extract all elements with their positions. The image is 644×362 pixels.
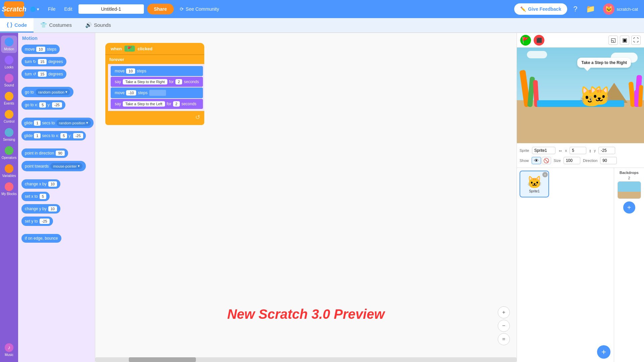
give-feedback-button[interactable]: ✏️ Give Feedback <box>514 3 567 15</box>
tab-sounds[interactable]: 🔊 Sounds <box>78 18 118 33</box>
backdrops-count: 2 <box>628 176 630 180</box>
block-goto-xy[interactable]: go to x: 5 y: -25 <box>21 99 92 111</box>
direction-input[interactable] <box>600 157 617 164</box>
block-move-steps[interactable]: move 10 steps <box>21 44 92 55</box>
sensing-icon <box>5 128 13 137</box>
sidebar-item-myblocks[interactable]: My Blocks <box>1 180 17 198</box>
sounds-tab-icon: 🔊 <box>85 22 92 28</box>
sidebar-item-sound[interactable]: Sound <box>1 72 17 89</box>
sprite-name-input[interactable] <box>532 147 555 154</box>
music-icon: ♪ <box>5 343 13 352</box>
user-menu[interactable]: 🐱 scratch-cat <box>601 2 640 16</box>
green-flag-button[interactable]: 🚩 <box>520 35 531 46</box>
flag-badge: 🚩 <box>124 46 135 52</box>
sprite-name-label: Sprite1 <box>529 189 540 193</box>
plant-2 <box>634 90 638 107</box>
backdrop-thumbnail[interactable] <box>618 181 641 199</box>
show-visible-button[interactable]: 👁 <box>532 157 541 164</box>
sidebar-item-control[interactable]: Control <box>1 108 17 125</box>
globe-button[interactable]: 🌐 ▾ <box>28 5 42 13</box>
hat-block: when <box>111 46 122 51</box>
forever-label: forever <box>109 57 124 62</box>
sidebar-item-music[interactable]: ♪ Music <box>1 341 17 359</box>
events-icon <box>5 92 13 101</box>
top-nav: Scratch 🌐 ▾ File Edit Share ⟳ See Commun… <box>0 0 644 18</box>
block-set-y[interactable]: set y to -25 <box>21 216 92 227</box>
block-goto-random[interactable]: go to random position ▾ <box>21 86 92 98</box>
add-sprite-button[interactable]: + <box>597 345 610 359</box>
x-input[interactable] <box>570 147 586 154</box>
block-point-direction[interactable]: point in direction 90 <box>21 147 92 159</box>
project-title-input[interactable] <box>78 4 144 14</box>
sidebar-item-variables[interactable]: Variables <box>1 162 17 180</box>
block-change-x[interactable]: change x by 10 <box>21 178 92 190</box>
block-glide-xy[interactable]: glide 1 secs to x: 5 y: -25 <box>21 130 92 141</box>
block-point-towards[interactable]: point towards mouse-pointer ▾ <box>21 160 92 172</box>
stop-button[interactable]: ⬛ <box>534 35 544 46</box>
help-button[interactable]: ? <box>571 3 580 15</box>
add-backdrop-button[interactable]: + <box>623 201 635 214</box>
tab-code[interactable]: { } Code <box>0 18 34 33</box>
sprite-thumb-sprite1[interactable]: × 🐱 Sprite1 <box>520 171 549 197</box>
script-say-right: say Take a Step to the Right for 2 secon… <box>111 77 203 87</box>
backdrop-panel: Backdrops 2 + <box>614 168 644 362</box>
block-glide-random[interactable]: glide 1 secs to random position ▾ <box>21 117 92 129</box>
script-canvas[interactable]: when 🚩 clicked forever move 10 steps <box>95 33 517 349</box>
sidebar-item-events[interactable]: Events <box>1 90 17 107</box>
show-hidden-button[interactable]: 🚫 <box>542 157 551 164</box>
size-input[interactable] <box>564 157 580 164</box>
motion-icon <box>5 38 13 46</box>
show-toggle: 👁 🚫 <box>532 157 551 164</box>
cloud-decoration-2 <box>527 51 547 58</box>
folder-icon: 📁 <box>586 5 595 13</box>
main-layout: Motion Looks Sound Events Control Sensin… <box>0 33 644 362</box>
sidebar: Motion Looks Sound Events Control Sensin… <box>0 33 18 362</box>
looks-icon <box>5 56 13 64</box>
sprite-list-panel: × 🐱 Sprite1 + <box>517 168 614 362</box>
block-turn-cw[interactable]: turn ↻ 15 degrees <box>21 56 92 67</box>
edit-menu[interactable]: Edit <box>62 5 75 13</box>
stage-view-controls: ◱ ▣ ⛶ <box>608 36 641 45</box>
horizontal-scrollbar[interactable] <box>95 357 517 362</box>
scratch-logo[interactable]: Scratch <box>4 1 24 17</box>
props-row-1: Sprite ↔ x ↕ y <box>520 145 641 156</box>
y-label: y <box>594 148 596 153</box>
y-input[interactable] <box>598 147 615 154</box>
large-stage-button[interactable]: ▣ <box>620 36 629 45</box>
block-set-x[interactable]: set x to 5 <box>21 191 92 202</box>
sprite-label: Sprite <box>520 148 529 153</box>
control-icon <box>5 110 13 119</box>
cat-running: 🐱 <box>588 85 611 107</box>
small-stage-button[interactable]: ◱ <box>608 36 618 45</box>
stage-controls: 🚩 ⬛ ◱ ▣ ⛶ <box>517 33 644 48</box>
zoom-fit-button[interactable]: = <box>498 333 510 345</box>
share-button[interactable]: Share <box>147 4 174 14</box>
forever-end-icon: ↺ <box>195 114 200 121</box>
script-say-left: say Take a Step to the Left for 2 second… <box>111 99 203 109</box>
folder-button[interactable]: 📁 <box>583 3 598 15</box>
block-turn-ccw[interactable]: turn ↺ 15 degrees <box>21 68 92 80</box>
see-community-button[interactable]: ⟳ See Community <box>177 5 222 13</box>
empty-slot <box>149 90 166 96</box>
x-label: x <box>565 148 567 153</box>
zoom-in-button[interactable]: + <box>498 306 510 318</box>
block-edge-bounce[interactable]: if on edge, bounce <box>21 233 92 244</box>
variables-icon <box>5 164 13 173</box>
block-change-y[interactable]: change y by 10 <box>21 203 92 215</box>
fullscreen-button[interactable]: ⛶ <box>631 36 641 45</box>
file-menu[interactable]: File <box>45 5 58 13</box>
zoom-out-button[interactable]: − <box>498 320 510 332</box>
globe-arrow: ▾ <box>37 7 39 12</box>
tab-costumes[interactable]: 👕 Costumes <box>34 18 78 33</box>
tab-bar: { } Code 👕 Costumes 🔊 Sounds <box>0 18 644 33</box>
sidebar-item-motion[interactable]: Motion <box>1 36 17 53</box>
sidebar-item-operators[interactable]: Operators <box>1 144 17 162</box>
size-label: Size <box>554 159 561 163</box>
myblocks-icon <box>5 182 13 191</box>
sprite-properties: Sprite ↔ x ↕ y Show 👁 🚫 Size Direction <box>517 143 644 168</box>
sprite-close-button[interactable]: × <box>542 172 548 177</box>
sprite-emoji: 🐱 <box>527 175 542 189</box>
sidebar-item-sensing[interactable]: Sensing <box>1 126 17 143</box>
show-label: Show <box>520 159 529 163</box>
sidebar-item-looks[interactable]: Looks <box>1 54 17 71</box>
